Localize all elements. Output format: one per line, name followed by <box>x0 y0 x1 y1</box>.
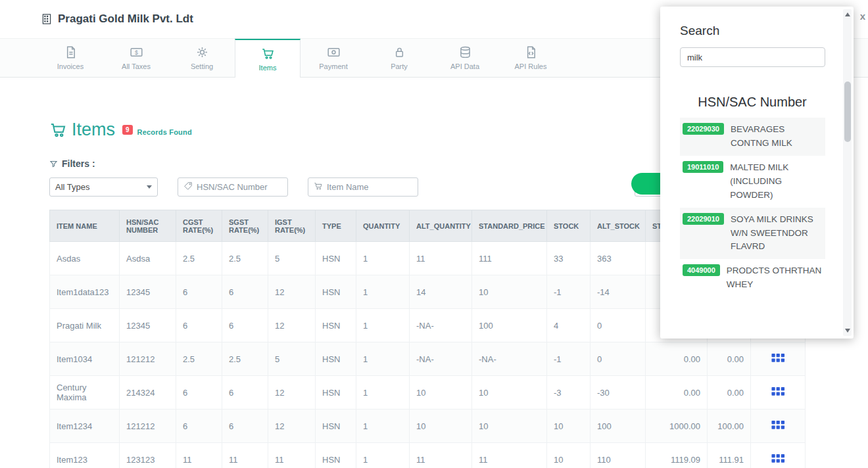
cell: 10 <box>472 376 547 410</box>
cell: 6 <box>222 309 268 342</box>
code-document-icon <box>524 45 538 59</box>
hsn-code-badge: 22029010 <box>683 213 724 225</box>
row-actions-cell <box>751 376 806 410</box>
cell: 100 <box>591 410 646 443</box>
scroll-up-icon[interactable] <box>845 12 850 16</box>
cell: 2.5 <box>222 342 268 376</box>
hsn-filter <box>178 177 288 197</box>
cell: 100 <box>472 309 547 342</box>
cell: 1 <box>356 443 410 468</box>
type-filter-select[interactable]: All Types <box>49 177 158 197</box>
overlay-close-button[interactable]: x <box>860 11 865 22</box>
payment-icon <box>327 45 341 59</box>
cell: HSN <box>316 443 356 468</box>
hsn-result-item[interactable]: 22029030BEVARAGES CONTNG MILK <box>680 118 825 156</box>
tab-setting[interactable]: Setting <box>169 39 235 77</box>
page-title: Items <box>72 120 115 140</box>
cell: 10 <box>472 410 547 443</box>
scrollbar-thumb[interactable] <box>844 82 851 142</box>
tab-party[interactable]: Party <box>366 39 432 77</box>
tab-label: All Taxes <box>122 62 151 70</box>
cell: 1 <box>356 275 410 309</box>
cell: -NA- <box>410 342 472 376</box>
grid-action-icon[interactable] <box>771 454 785 463</box>
tab-label: Party <box>391 62 408 70</box>
cell: Asdsa <box>120 242 176 275</box>
tab-label: Setting <box>191 62 213 70</box>
overlay-search-input[interactable] <box>680 47 825 67</box>
overlay-content: Search HSN/SAC Number 22029030BEVARAGES … <box>660 7 854 297</box>
hsn-result-item[interactable]: 22029010SOYA MILK DRINKS W/N SWEETNDOR F… <box>680 208 825 260</box>
cell: 10 <box>472 275 547 309</box>
cell: 1 <box>356 342 410 376</box>
cell: 5 <box>268 242 316 275</box>
cell: Item1data123 <box>50 275 120 309</box>
grid-action-icon[interactable] <box>771 420 785 430</box>
gear-icon <box>195 45 209 59</box>
column-header: IGST RATE(%) <box>268 210 316 242</box>
cell: -NA- <box>410 309 472 342</box>
cell: 6 <box>176 376 222 410</box>
tab-label: Items <box>259 64 277 72</box>
cell: 12 <box>268 275 316 309</box>
column-header: QUANTITY <box>356 210 410 242</box>
cell: 11 <box>410 242 472 275</box>
tag-icon <box>183 181 193 193</box>
taxes-icon: $ <box>130 45 143 59</box>
column-header: TYPE <box>316 210 356 242</box>
tab-label: API Data <box>450 62 479 70</box>
invoice-icon <box>64 45 78 59</box>
tab-label: API Rules <box>515 62 547 70</box>
cell: 0 <box>591 342 646 376</box>
column-header: SGST RATE(%) <box>222 210 268 242</box>
cell: 6 <box>176 410 222 443</box>
cell: 11 <box>176 443 222 468</box>
tab-items[interactable]: Items <box>235 39 301 78</box>
grid-action-icon[interactable] <box>771 353 785 363</box>
cell: 1119.09 <box>646 443 708 468</box>
hsn-result-item[interactable]: 4049000PRODCTS OTHRTHAN WHEY <box>680 259 825 297</box>
cell: 110 <box>591 443 646 468</box>
column-header: ITEM NAME <box>50 210 120 242</box>
cell: 2.5 <box>176 342 222 376</box>
overlay-search-title: Search <box>680 24 825 38</box>
tab-payment[interactable]: Payment <box>301 39 366 77</box>
cell: HSN <box>316 309 356 342</box>
hsn-result-item[interactable]: 19011010MALTED MILK (INCLUDING POWDER) <box>680 156 825 208</box>
tab-all-taxes[interactable]: $ All Taxes <box>103 39 169 77</box>
column-header: STANDARD_PRICE <box>472 210 547 242</box>
cell: 0.00 <box>708 376 751 410</box>
cell: Asdas <box>50 242 120 275</box>
search-overlay: Search HSN/SAC Number 22029030BEVARAGES … <box>660 7 854 339</box>
company-title: Pragati Gold Milk Pvt. Ldt <box>41 12 193 26</box>
cell: 11 <box>410 443 472 468</box>
grid-action-icon[interactable] <box>771 386 785 396</box>
cart-icon <box>314 181 323 193</box>
overlay-scrollbar[interactable] <box>843 9 852 336</box>
cell: 11 <box>222 443 268 468</box>
tab-invoices[interactable]: Invoices <box>37 39 103 77</box>
scroll-down-icon[interactable] <box>845 329 850 333</box>
hsn-result-description: SOYA MILK DRINKS W/N SWEETNDOR FLAVRD <box>731 213 823 254</box>
cell: HSN <box>316 242 356 275</box>
tab-api-rules[interactable]: API Rules <box>498 39 564 77</box>
cell: 10 <box>547 443 591 468</box>
cell: 10 <box>410 376 472 410</box>
hsn-filter-input[interactable] <box>197 182 282 192</box>
item-name-filter-input[interactable] <box>327 182 412 192</box>
cell: 1 <box>356 410 410 443</box>
cell: 0.00 <box>708 342 751 376</box>
cell: 214324 <box>120 376 176 410</box>
column-header: ALT_STOCK <box>591 210 646 242</box>
cell: 1 <box>356 376 410 410</box>
cell: 1 <box>356 309 410 342</box>
database-icon <box>458 45 472 59</box>
cell: 11 <box>268 443 316 468</box>
cell: -NA- <box>472 342 547 376</box>
cell: -1 <box>547 342 591 376</box>
cell: 12 <box>268 410 316 443</box>
cell: 363 <box>591 242 646 275</box>
hsn-result-description: BEVARAGES CONTNG MILK <box>731 123 823 151</box>
cell: 11 <box>472 443 547 468</box>
tab-api-data[interactable]: API Data <box>432 39 498 77</box>
